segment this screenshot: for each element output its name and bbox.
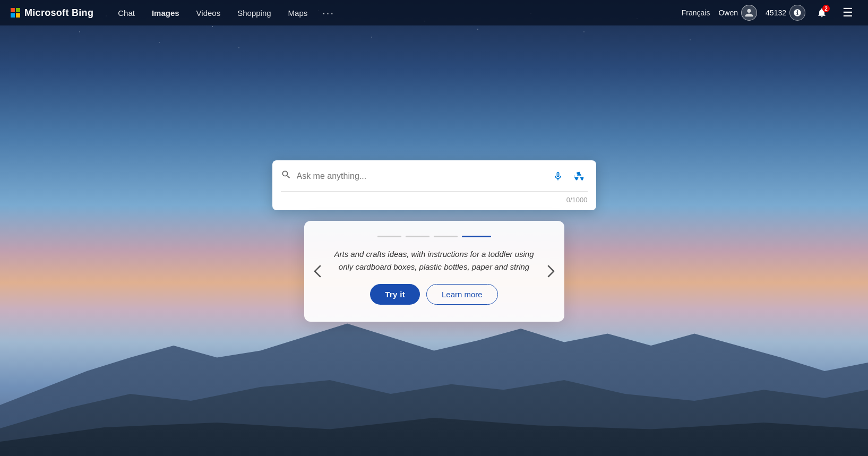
notification-badge: 2 — [822, 5, 830, 12]
main-content: 0/1000 Arts and crafts ideas, with instr… — [0, 0, 868, 456]
user-avatar — [741, 5, 757, 21]
suggestion-card: Arts and crafts ideas, with instructions… — [304, 221, 564, 322]
carousel-dot-3[interactable] — [434, 236, 458, 237]
carousel-dots — [377, 236, 491, 237]
brand-logo[interactable]: Microsoft Bing — [11, 7, 93, 19]
chevron-right-icon — [547, 265, 555, 278]
search-input[interactable] — [297, 171, 544, 181]
suggestion-action-buttons: Try it Learn more — [370, 284, 497, 305]
carousel-dot-4[interactable] — [462, 236, 491, 237]
chevron-left-icon — [314, 265, 321, 278]
search-top-row — [281, 168, 588, 185]
navbar: Microsoft Bing Chat Images Videos Shoppi… — [0, 0, 868, 25]
nav-links: Chat Images Videos Shopping Maps ··· — [110, 5, 682, 21]
brand-name: Microsoft Bing — [24, 7, 93, 19]
person-icon — [744, 8, 754, 18]
notifications-bell[interactable]: 2 — [814, 5, 830, 21]
hamburger-menu-button[interactable]: ☰ — [838, 4, 857, 22]
user-profile[interactable]: Owen — [718, 5, 757, 21]
carousel-prev-button[interactable] — [310, 261, 325, 282]
user-name-label: Owen — [718, 8, 738, 17]
score-badge-icon — [789, 5, 805, 21]
microphone-icon — [553, 171, 563, 182]
ms-logo-blue — [11, 13, 15, 18]
search-box: 0/1000 — [272, 160, 596, 210]
search-icon — [281, 169, 291, 183]
search-footer: 0/1000 — [281, 196, 588, 204]
search-divider — [281, 191, 588, 192]
nav-right-section: Français Owen 45132 2 ☰ — [682, 4, 857, 22]
nav-images[interactable]: Images — [144, 5, 187, 21]
score-value: 45132 — [766, 8, 786, 17]
try-it-button[interactable]: Try it — [370, 284, 420, 305]
camera-icon — [574, 171, 585, 182]
ms-logo-red — [11, 8, 15, 12]
learn-more-button[interactable]: Learn more — [426, 284, 498, 305]
nav-shopping[interactable]: Shopping — [230, 5, 278, 21]
suggestion-text: Arts and crafts ideas, with instructions… — [333, 248, 535, 273]
carousel-next-button[interactable] — [543, 261, 559, 282]
voice-search-button[interactable] — [549, 168, 566, 185]
search-action-buttons — [549, 168, 588, 185]
nav-chat[interactable]: Chat — [110, 5, 142, 21]
magnifier-icon — [281, 169, 291, 180]
carousel-dot-2[interactable] — [406, 236, 429, 237]
ms-logo-yellow — [16, 13, 20, 18]
ms-logo-green — [16, 8, 20, 12]
image-search-button[interactable] — [571, 168, 588, 185]
language-selector[interactable]: Français — [682, 8, 710, 17]
char-counter: 0/1000 — [566, 196, 588, 204]
nav-videos[interactable]: Videos — [189, 5, 228, 21]
nav-more-button[interactable]: ··· — [317, 5, 340, 21]
reward-icon — [793, 8, 802, 17]
microsoft-logo-icon — [11, 8, 20, 18]
nav-maps[interactable]: Maps — [281, 5, 315, 21]
reward-score[interactable]: 45132 — [766, 5, 805, 21]
carousel-dot-1[interactable] — [377, 236, 401, 237]
